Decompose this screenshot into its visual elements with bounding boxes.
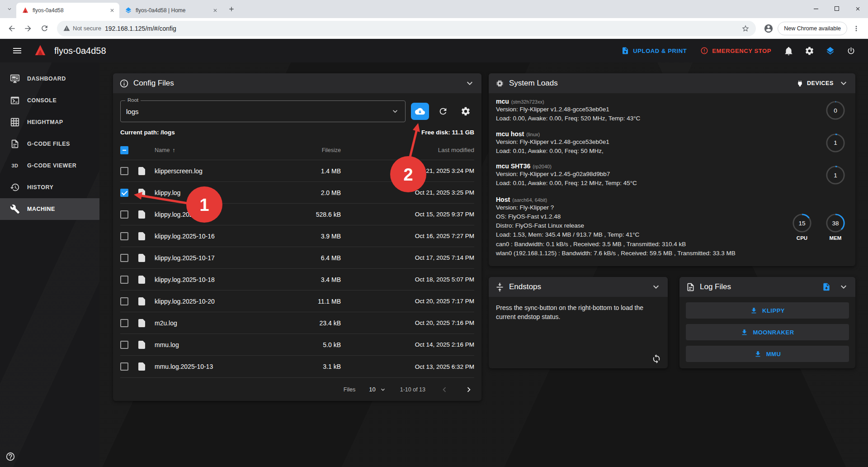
devices-button[interactable]: DEVICES xyxy=(796,80,834,87)
select-all-checkbox[interactable] xyxy=(120,146,128,154)
3d-viewer-icon: 3D xyxy=(10,163,20,168)
file-name[interactable]: klippy.log.2025-10-20 xyxy=(155,298,273,305)
column-filesize[interactable]: Filesize xyxy=(273,147,341,153)
sidebar-item-console[interactable]: CONSOLE xyxy=(0,90,99,111)
hamburger-menu-icon[interactable] xyxy=(8,42,26,60)
config-files-header[interactable]: Config Files xyxy=(113,73,481,93)
file-size: 11.1 MB xyxy=(273,298,341,305)
row-checkbox[interactable] xyxy=(120,254,128,262)
forward-button[interactable] xyxy=(21,21,35,36)
chrome-update-button[interactable]: New Chrome available xyxy=(778,22,847,35)
profile-avatar[interactable] xyxy=(761,21,776,36)
table-row[interactable]: klippy.log.2025-10-16 3.9 MB Oct 16, 202… xyxy=(120,225,474,247)
file-name[interactable]: mmu.log xyxy=(155,341,273,348)
download-mmu-log-button[interactable]: MMU xyxy=(686,346,849,362)
sync-button[interactable] xyxy=(651,354,661,364)
tab-close-icon[interactable] xyxy=(108,7,116,14)
layers-icon[interactable] xyxy=(821,42,839,60)
file-modified: Oct 18, 2025 5:07 PM xyxy=(377,276,474,283)
mem-gauge: 38 MEM xyxy=(823,213,848,241)
tab-list-chevron-icon[interactable] xyxy=(4,3,15,15)
download-moonraker-log-button[interactable]: MOONRAKER xyxy=(686,324,849,340)
sidebar-item-machine[interactable]: MACHINE xyxy=(0,198,99,220)
file-download-icon[interactable] xyxy=(822,282,831,291)
mcu-name: mcu host(linux) xyxy=(496,130,823,138)
sidebar-item-gcode-files[interactable]: G-CODE FILES xyxy=(0,133,99,155)
tab-close-icon[interactable] xyxy=(211,7,219,14)
file-name[interactable]: klippy.log.2025-10-16 xyxy=(155,233,273,240)
browser-menu-kebab-icon[interactable] xyxy=(849,21,863,36)
row-checkbox[interactable] xyxy=(120,167,128,175)
table-row[interactable]: klipperscreen.log 1.4 MB Oct 21, 2025 3:… xyxy=(120,160,474,182)
back-button[interactable] xyxy=(5,21,19,36)
file-name[interactable]: klippy.log.2025-10-15 xyxy=(155,211,273,218)
row-checkbox[interactable] xyxy=(120,189,128,197)
emergency-stop-button[interactable]: EMERGENCY STOP xyxy=(695,43,777,58)
table-row[interactable]: mmu.log 5.0 kB Oct 14, 2025 2:16 PM xyxy=(120,334,474,356)
file-name[interactable]: klipperscreen.log xyxy=(155,167,273,175)
log-files-header[interactable]: Log Files xyxy=(679,277,855,297)
url-text[interactable]: 192.168.1.125/m/#/config xyxy=(105,25,738,32)
cloud-download-button[interactable] xyxy=(411,103,429,120)
file-name[interactable]: klippy.log.2025-10-17 xyxy=(155,254,273,262)
close-window-button[interactable] xyxy=(847,0,868,17)
file-name[interactable]: m2u.log xyxy=(155,319,273,327)
table-row[interactable]: mmu.log.2025-10-13 3.1 kB Oct 13, 2025 6… xyxy=(120,356,474,377)
table-row[interactable]: klippy.log.2025-10-18 3.4 MB Oct 18, 202… xyxy=(120,269,474,291)
download-klippy-log-button[interactable]: KLIPPY xyxy=(686,302,849,319)
file-modified: Oct 20, 2025 7:16 PM xyxy=(377,319,474,326)
table-row[interactable]: m2u.log 23.4 kB Oct 20, 2025 7:16 PM xyxy=(120,312,474,334)
cpu-label: CPU xyxy=(797,235,807,241)
grid-icon xyxy=(10,117,20,127)
help-icon[interactable] xyxy=(5,452,15,462)
chevron-down-icon[interactable] xyxy=(838,281,849,292)
browser-tab-active[interactable]: flyos-0a4d58 xyxy=(16,3,119,18)
per-page-select[interactable]: 10 xyxy=(369,386,386,393)
host-line: OS: FlyOS-Fast v1.2.48 xyxy=(496,212,789,221)
tab-title: flyos-0a4d58 xyxy=(33,7,104,14)
refresh-button[interactable] xyxy=(434,103,452,120)
row-checkbox[interactable] xyxy=(120,319,128,327)
table-row[interactable]: klippy.log.2025-10-20 11.1 MB Oct 20, 20… xyxy=(120,291,474,312)
row-checkbox[interactable] xyxy=(120,362,128,371)
file-name[interactable]: klippy.log xyxy=(155,189,273,196)
row-checkbox[interactable] xyxy=(120,341,128,349)
root-select[interactable]: Root logs xyxy=(120,100,406,122)
address-bar[interactable]: Not secure 192.168.1.125/m/#/config xyxy=(57,21,756,36)
table-row[interactable]: klippy.log 2.0 MB Oct 21, 2025 3:25 PM xyxy=(120,182,474,204)
minimize-button[interactable] xyxy=(806,0,826,17)
browser-tab-inactive[interactable]: flyos-0a4d58 | Home xyxy=(119,3,222,18)
upload-print-button[interactable]: UPLOAD & PRINT xyxy=(616,43,692,58)
maximize-button[interactable] xyxy=(826,0,847,17)
prev-page-button[interactable] xyxy=(439,384,450,395)
chevron-down-icon[interactable] xyxy=(651,281,661,292)
settings-gear-icon[interactable] xyxy=(800,42,818,60)
file-name[interactable]: mmu.log.2025-10-13 xyxy=(155,363,273,370)
sidebar-item-gcode-viewer[interactable]: 3D G-CODE VIEWER xyxy=(0,155,99,176)
sidebar-item-heightmap[interactable]: HEIGHTMAP xyxy=(0,111,99,133)
file-settings-gear-button[interactable] xyxy=(457,103,474,120)
row-checkbox[interactable] xyxy=(120,276,128,284)
file-name[interactable]: klippy.log.2025-10-18 xyxy=(155,276,273,283)
row-checkbox[interactable] xyxy=(120,210,128,219)
security-indicator[interactable]: Not secure xyxy=(63,25,101,32)
chevron-down-icon[interactable] xyxy=(464,78,475,89)
power-icon[interactable] xyxy=(842,42,860,60)
table-row[interactable]: klippy.log.2025-10-17 6.4 MB Oct 17, 202… xyxy=(120,247,474,269)
column-modified[interactable]: Last modified xyxy=(377,147,474,153)
notifications-bell-icon[interactable] xyxy=(779,42,797,60)
chevron-down-icon[interactable] xyxy=(838,78,849,89)
sidebar-item-dashboard[interactable]: DASHBOARD xyxy=(0,68,99,90)
row-checkbox[interactable] xyxy=(120,297,128,305)
next-page-button[interactable] xyxy=(463,384,474,395)
sidebar-item-history[interactable]: HISTORY xyxy=(0,176,99,198)
row-checkbox[interactable] xyxy=(120,232,128,240)
endstops-header[interactable]: Endstops xyxy=(489,277,668,297)
bookmark-star-icon[interactable] xyxy=(741,24,750,33)
column-name[interactable]: Name↑ xyxy=(155,147,273,153)
table-row[interactable]: klippy.log.2025-10-15 528.6 kB Oct 15, 2… xyxy=(120,204,474,225)
flyos-logo xyxy=(33,44,47,57)
reload-button[interactable] xyxy=(37,21,52,36)
system-loads-header[interactable]: System Loads DEVICES xyxy=(489,73,855,93)
new-tab-button[interactable] xyxy=(225,3,237,15)
